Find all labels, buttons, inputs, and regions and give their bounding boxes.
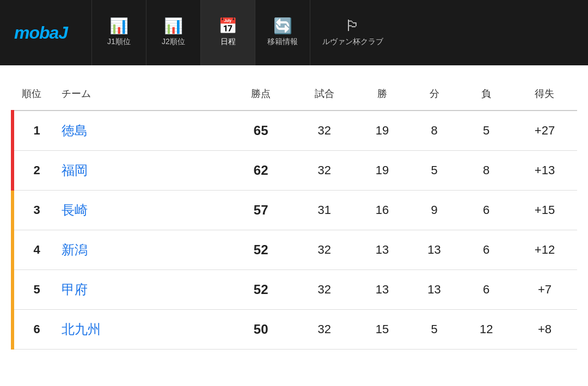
draws-cell: 8	[408, 111, 461, 151]
calendar-icon: 📅	[218, 19, 237, 34]
table-row: 3 長崎 57 31 16 9 6 +15	[13, 191, 577, 230]
table-row: 2 福岡 62 32 19 5 8 +13	[13, 151, 577, 191]
rank-cell: 1	[13, 111, 51, 151]
logo-text: mobaJ	[14, 23, 68, 43]
goal-diff-cell: +8	[512, 310, 577, 350]
goal-diff-cell: +13	[512, 151, 577, 191]
transfer-icon: 🔄	[273, 19, 292, 34]
goal-diff-cell: +7	[512, 270, 577, 310]
navbar: mobaJ 📊 J1順位 📊 J2順位 📅 日程 🔄 移籍情報 🏳 ルヴァン杯ク…	[0, 0, 588, 65]
header-losses: 負	[460, 82, 512, 111]
nav-j2-label: J2順位	[162, 37, 185, 47]
losses-cell: 5	[460, 111, 512, 151]
nav-transfer[interactable]: 🔄 移籍情報	[255, 0, 310, 65]
header-team: チーム	[51, 82, 229, 111]
wins-cell: 16	[356, 191, 408, 230]
draws-cell: 5	[408, 310, 461, 350]
points-cell: 50	[229, 310, 293, 350]
points-cell: 52	[229, 230, 293, 270]
points-cell: 62	[229, 151, 293, 191]
goal-diff-cell: +27	[512, 111, 577, 151]
games-cell: 31	[293, 191, 357, 230]
nav-j1-label: J1順位	[107, 37, 131, 47]
losses-cell: 8	[460, 151, 512, 191]
table-header: 順位 チーム 勝点 試合 勝 分 負 得失	[13, 82, 577, 111]
rank-cell: 4	[13, 230, 51, 270]
points-cell: 65	[229, 111, 293, 151]
draws-cell: 13	[408, 270, 461, 310]
rank-cell: 5	[13, 270, 51, 310]
header-row: 順位 チーム 勝点 試合 勝 分 負 得失	[13, 82, 577, 111]
team-cell[interactable]: 福岡	[51, 151, 229, 191]
draws-cell: 9	[408, 191, 461, 230]
nav-items: 📊 J1順位 📊 J2順位 📅 日程 🔄 移籍情報 🏳 ルヴァン杯クラブ	[91, 0, 584, 65]
header-draws: 分	[408, 82, 461, 111]
team-cell[interactable]: 北九州	[51, 310, 229, 350]
games-cell: 32	[293, 111, 357, 151]
draws-cell: 5	[408, 151, 461, 191]
rank-cell: 3	[13, 191, 51, 230]
header-goal-diff: 得失	[512, 82, 577, 111]
standings-table: 順位 チーム 勝点 試合 勝 分 負 得失 1 徳島 65 32 19 8 5 …	[11, 82, 577, 350]
wins-cell: 15	[356, 310, 408, 350]
team-cell[interactable]: 長崎	[51, 191, 229, 230]
nav-schedule[interactable]: 📅 日程	[200, 0, 255, 65]
wins-cell: 13	[356, 270, 408, 310]
nav-transfer-label: 移籍情報	[267, 37, 298, 47]
nav-cup-label: ルヴァン杯クラブ	[322, 37, 383, 47]
wins-cell: 19	[356, 111, 408, 151]
goal-diff-cell: +15	[512, 191, 577, 230]
header-games: 試合	[293, 82, 357, 111]
nav-j2[interactable]: 📊 J2順位	[146, 0, 200, 65]
header-rank: 順位	[13, 82, 51, 111]
losses-cell: 12	[460, 310, 512, 350]
games-cell: 32	[293, 151, 357, 191]
rank-cell: 2	[13, 151, 51, 191]
bar-chart-icon: 📊	[109, 19, 128, 34]
losses-cell: 6	[460, 270, 512, 310]
team-cell[interactable]: 甲府	[51, 270, 229, 310]
nav-cup[interactable]: 🏳 ルヴァン杯クラブ	[310, 0, 395, 65]
wins-cell: 13	[356, 230, 408, 270]
goal-diff-cell: +12	[512, 230, 577, 270]
table-body: 1 徳島 65 32 19 8 5 +27 2 福岡 62 32 19 5 8 …	[13, 111, 577, 350]
draws-cell: 13	[408, 230, 461, 270]
points-cell: 52	[229, 270, 293, 310]
losses-cell: 6	[460, 230, 512, 270]
games-cell: 32	[293, 310, 357, 350]
table-row: 5 甲府 52 32 13 13 6 +7	[13, 270, 577, 310]
table-row: 4 新潟 52 32 13 13 6 +12	[13, 230, 577, 270]
rank-cell: 6	[13, 310, 51, 350]
losses-cell: 6	[460, 191, 512, 230]
bar-chart-icon-2: 📊	[164, 19, 183, 34]
games-cell: 32	[293, 270, 357, 310]
table-row: 6 北九州 50 32 15 5 12 +8	[13, 310, 577, 350]
team-cell[interactable]: 新潟	[51, 230, 229, 270]
nav-schedule-label: 日程	[220, 37, 236, 47]
header-wins: 勝	[356, 82, 408, 111]
flag-icon: 🏳	[345, 19, 360, 34]
table-row: 1 徳島 65 32 19 8 5 +27	[13, 111, 577, 151]
standings-container: 順位 チーム 勝点 試合 勝 分 負 得失 1 徳島 65 32 19 8 5 …	[0, 65, 588, 360]
points-cell: 57	[229, 191, 293, 230]
header-points: 勝点	[229, 82, 293, 111]
wins-cell: 19	[356, 151, 408, 191]
games-cell: 32	[293, 230, 357, 270]
logo[interactable]: mobaJ	[4, 0, 91, 65]
team-cell[interactable]: 徳島	[51, 111, 229, 151]
nav-j1[interactable]: 📊 J1順位	[91, 0, 146, 65]
